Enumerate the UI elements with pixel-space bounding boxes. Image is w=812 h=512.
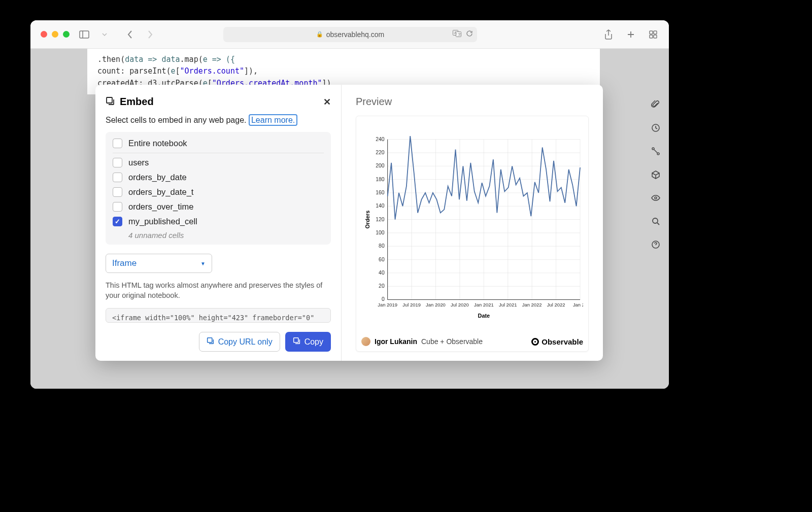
page-content: .then(data => data.map(e => ({ count: pa… <box>30 49 669 389</box>
svg-text:160: 160 <box>376 190 385 195</box>
url-bar[interactable]: 🔒 observablehq.com A文 <box>223 27 477 42</box>
lock-icon: 🔒 <box>316 31 323 38</box>
translate-icon[interactable]: A文 <box>453 30 462 39</box>
svg-text:20: 20 <box>379 283 385 289</box>
checkbox[interactable] <box>113 173 122 182</box>
checkbox[interactable] <box>113 187 122 197</box>
format-select[interactable]: Iframe ▼ <box>106 254 212 273</box>
tabs-overview-icon[interactable] <box>648 29 659 40</box>
svg-rect-7 <box>654 31 657 34</box>
svg-text:文: 文 <box>458 32 461 36</box>
embed-config-panel: Embed ✕ Select cells to embed in any web… <box>95 85 342 361</box>
chart-footer: Igor Lukanin Cube + Observable Observabl… <box>361 332 583 346</box>
iframe-code-block[interactable]: <iframe width="100%" height="423" frameb… <box>106 308 331 323</box>
svg-rect-9 <box>654 35 657 38</box>
cell-row[interactable]: orders_over_time <box>113 199 324 214</box>
cell-label: Entire notebook <box>128 139 187 148</box>
modal-header: Embed ✕ <box>106 96 331 108</box>
preview-panel: Preview 02040608010012014016018020022024… <box>342 85 603 361</box>
chart-wrap: 020406080100120140160180200220240Jan 201… <box>361 123 583 332</box>
share-icon[interactable] <box>603 29 614 40</box>
window-controls <box>41 31 70 38</box>
chevron-down-icon[interactable] <box>99 29 110 40</box>
cell-row[interactable]: orders_by_date <box>113 170 324 185</box>
svg-text:Date: Date <box>478 313 490 319</box>
helper-text: This HTML tag works almost anywhere and … <box>106 280 331 301</box>
svg-text:120: 120 <box>376 217 385 222</box>
svg-text:Jul 2020: Jul 2020 <box>451 302 469 308</box>
cell-label: orders_over_time <box>128 202 193 212</box>
format-select-label: Iframe <box>112 258 137 268</box>
learn-more-link[interactable]: Learn more. <box>249 114 297 126</box>
caret-down-icon: ▼ <box>200 261 206 266</box>
preview-heading: Preview <box>356 96 589 108</box>
modal-buttons: Copy URL only Copy <box>106 332 331 352</box>
svg-text:Jul 2022: Jul 2022 <box>547 302 565 308</box>
orders-line-chart: 020406080100120140160180200220240Jan 201… <box>361 123 583 332</box>
observable-icon <box>531 338 539 346</box>
cell-label: orders_by_date <box>128 173 187 182</box>
observable-logo[interactable]: Observable <box>531 337 583 346</box>
svg-text:A: A <box>454 31 457 35</box>
svg-text:Jan 2022: Jan 2022 <box>522 302 542 308</box>
titlebar: 🔒 observablehq.com A文 <box>30 20 669 49</box>
svg-text:Jul 2019: Jul 2019 <box>402 302 421 308</box>
svg-rect-6 <box>650 31 653 34</box>
cell-row[interactable]: users <box>113 155 324 170</box>
browser-window: 🔒 observablehq.com A文 .then(data => data… <box>30 20 669 389</box>
close-modal-button[interactable]: ✕ <box>323 96 331 108</box>
embed-modal: Embed ✕ Select cells to embed in any web… <box>95 85 603 361</box>
embed-icon <box>106 96 115 108</box>
cell-label: users <box>128 158 149 167</box>
svg-text:140: 140 <box>376 203 385 209</box>
svg-text:100: 100 <box>376 230 385 235</box>
project-name: Cube + Observable <box>421 337 483 346</box>
svg-rect-18 <box>293 338 298 343</box>
cell-label: orders_by_date_t <box>128 187 193 197</box>
author-avatar <box>361 337 370 346</box>
reload-icon[interactable] <box>466 30 473 39</box>
modal-overlay: Embed ✕ Select cells to embed in any web… <box>30 49 669 389</box>
svg-rect-16 <box>107 97 112 103</box>
svg-text:240: 240 <box>376 136 385 142</box>
chart-card: 020406080100120140160180200220240Jan 201… <box>356 116 589 352</box>
checkbox[interactable] <box>113 158 122 167</box>
close-window-button[interactable] <box>41 31 47 38</box>
maximize-window-button[interactable] <box>63 31 70 38</box>
sidebar-toggle-icon[interactable] <box>79 29 90 40</box>
checkbox[interactable] <box>113 217 122 226</box>
checkbox-entire[interactable] <box>113 139 122 148</box>
nav-forward-button[interactable] <box>145 29 156 40</box>
svg-text:220: 220 <box>376 150 385 155</box>
new-tab-icon[interactable] <box>625 29 636 40</box>
cell-row-entire[interactable]: Entire notebook <box>113 136 324 153</box>
svg-text:60: 60 <box>379 257 385 262</box>
copy-button[interactable]: Copy <box>285 332 331 352</box>
svg-text:Jan 2021: Jan 2021 <box>474 302 494 308</box>
svg-text:Jan 2019: Jan 2019 <box>378 302 397 308</box>
copy-url-only-button[interactable]: Copy URL only <box>199 332 280 352</box>
cell-row[interactable]: orders_by_date_t <box>113 185 324 199</box>
url-text: observablehq.com <box>326 30 384 39</box>
author-name: Igor Lukanin <box>375 337 417 346</box>
nav-back-button[interactable] <box>124 29 136 40</box>
checkbox[interactable] <box>113 202 122 212</box>
svg-text:0: 0 <box>382 297 385 302</box>
svg-text:180: 180 <box>376 177 385 182</box>
toolbar-right <box>603 29 659 40</box>
svg-text:Jan 20: Jan 20 <box>573 302 583 308</box>
copy-icon <box>293 337 300 347</box>
svg-rect-17 <box>207 338 212 343</box>
unnamed-cells-note: 4 unnamed cells <box>113 229 324 241</box>
embed-instruction: Select cells to embed in any web page. L… <box>106 116 331 125</box>
svg-text:40: 40 <box>379 270 385 276</box>
cell-row[interactable]: my_published_cell <box>113 214 324 229</box>
cell-label: my_published_cell <box>128 217 197 226</box>
svg-text:200: 200 <box>376 163 385 168</box>
svg-text:Jan 2020: Jan 2020 <box>426 302 446 308</box>
svg-text:Orders: Orders <box>364 211 370 229</box>
svg-text:80: 80 <box>379 243 385 249</box>
copy-icon <box>207 337 214 347</box>
modal-title: Embed <box>120 96 154 108</box>
minimize-window-button[interactable] <box>52 31 58 38</box>
